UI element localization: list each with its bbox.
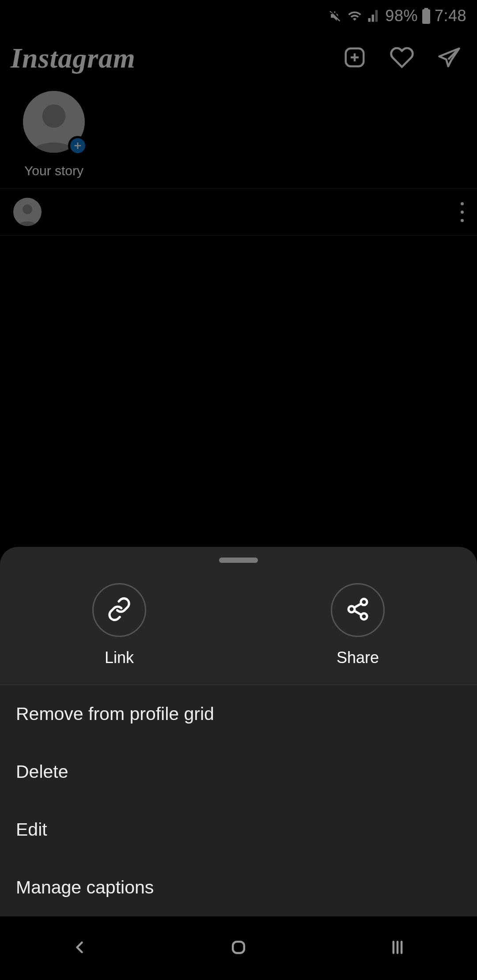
battery-icon <box>421 8 431 24</box>
post-header <box>0 188 477 235</box>
svg-rect-1 <box>424 8 428 10</box>
svg-point-8 <box>23 204 32 214</box>
sheet-action-link[interactable]: Link <box>0 583 238 667</box>
activity-heart-icon[interactable] <box>390 45 414 72</box>
link-icon <box>107 597 132 623</box>
link-label: Link <box>105 648 134 667</box>
nav-back-icon[interactable] <box>70 938 89 959</box>
svg-point-9 <box>361 599 367 605</box>
svg-point-10 <box>348 606 355 612</box>
option-edit[interactable]: Edit <box>0 801 477 859</box>
messages-icon[interactable] <box>437 45 461 71</box>
story-label: Your story <box>24 163 83 178</box>
your-story[interactable]: Your story <box>14 91 94 178</box>
svg-point-5 <box>42 105 66 128</box>
post-more-icon[interactable] <box>461 202 464 222</box>
stories-tray[interactable]: Your story <box>0 85 477 188</box>
post-author-avatar[interactable] <box>13 198 42 226</box>
clock: 7:48 <box>435 7 466 25</box>
option-manage-captions[interactable]: Manage captions <box>0 859 477 916</box>
option-delete[interactable]: Delete <box>0 743 477 801</box>
sheet-action-share[interactable]: Share <box>238 583 477 667</box>
wifi-icon <box>346 9 363 23</box>
add-story-badge-icon <box>68 136 87 155</box>
svg-point-11 <box>361 613 367 619</box>
svg-line-12 <box>354 603 361 607</box>
battery-percent: 98% <box>385 7 418 25</box>
status-bar: 98% 7:48 <box>0 0 477 32</box>
signal-icon <box>367 9 382 23</box>
option-remove-from-grid[interactable]: Remove from profile grid <box>0 685 477 743</box>
nav-home-icon[interactable] <box>229 938 248 959</box>
sheet-drag-handle[interactable] <box>219 558 258 563</box>
mute-icon <box>328 8 343 23</box>
svg-rect-14 <box>233 942 244 953</box>
sheet-options-list: Remove from profile grid Delete Edit Man… <box>0 685 477 916</box>
svg-rect-0 <box>422 9 430 24</box>
svg-line-13 <box>354 611 361 614</box>
app-title: Instagram <box>11 42 343 75</box>
app-header: Instagram <box>0 32 477 85</box>
share-icon <box>345 597 370 623</box>
new-post-icon[interactable] <box>343 45 367 71</box>
system-nav-bar <box>0 916 477 980</box>
nav-recents-icon[interactable] <box>388 938 407 959</box>
header-actions <box>343 45 466 72</box>
share-label: Share <box>337 648 379 667</box>
options-bottom-sheet: Link Share Remove from profile grid Dele… <box>0 547 477 916</box>
